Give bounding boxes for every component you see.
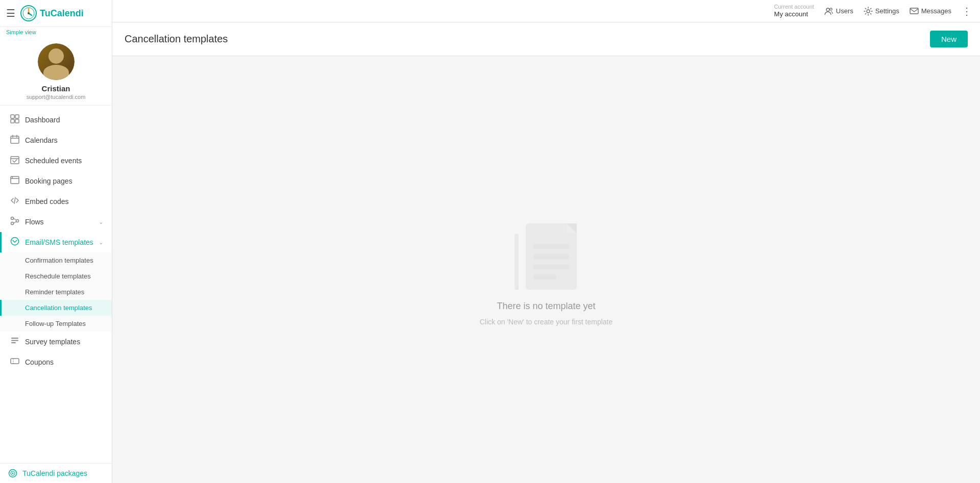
settings-icon: [864, 7, 873, 16]
sidebar-item-coupons[interactable]: Coupons: [0, 352, 112, 372]
sidebar-item-flows-label: Flows: [25, 218, 44, 226]
sidebar-item-coupons-label: Coupons: [25, 358, 54, 366]
app-name: TuCalendi: [40, 8, 84, 19]
messages-button[interactable]: Messages: [910, 7, 951, 16]
svg-rect-25: [11, 338, 18, 339]
sidebar-item-dashboard[interactable]: Dashboard: [0, 110, 112, 130]
coupons-icon: [10, 357, 20, 368]
svg-rect-43: [533, 254, 569, 259]
dashboard-icon: [10, 114, 20, 125]
cancellation-templates-label: Cancellation templates: [25, 304, 92, 312]
nav-items: Dashboard Calendars Scheduled events: [0, 106, 112, 463]
avatar: [38, 43, 75, 80]
users-button[interactable]: Users: [824, 7, 853, 16]
svg-rect-9: [11, 136, 19, 143]
empty-state-title: There is no template yet: [497, 301, 595, 312]
embed-codes-icon: [10, 196, 20, 207]
sub-nav: Confirmation templates Reschedule templa…: [0, 252, 112, 332]
svg-line-22: [14, 218, 16, 220]
topbar: Current account My account Users Setting…: [112, 0, 980, 22]
sidebar-item-booking-pages-label: Booking pages: [25, 177, 72, 185]
settings-label: Settings: [875, 7, 899, 15]
page-header: Cancellation templates New: [112, 22, 980, 56]
packages-icon: [8, 469, 17, 478]
svg-point-24: [11, 238, 19, 245]
reschedule-templates-label: Reschedule templates: [25, 272, 91, 280]
current-account-section: Current account My account: [774, 3, 814, 19]
empty-state-subtitle: Click on 'New' to create your first temp…: [480, 318, 613, 326]
sidebar-item-dashboard-label: Dashboard: [25, 116, 60, 124]
svg-rect-26: [11, 340, 18, 341]
svg-point-34: [830, 8, 832, 10]
svg-rect-36: [910, 8, 918, 14]
user-section: Cristian support@tucalendi.com: [0, 36, 112, 106]
sidebar-item-cancellation-templates[interactable]: Cancellation templates: [0, 300, 112, 316]
settings-button[interactable]: Settings: [864, 7, 899, 16]
simple-view-label[interactable]: Simple view: [0, 27, 112, 36]
packages-label: TuCalendi packages: [22, 469, 87, 477]
svg-point-35: [867, 10, 870, 13]
flows-chevron-icon: ⌄: [99, 218, 104, 225]
email-sms-chevron-icon: ⌄: [99, 239, 104, 246]
sidebar-item-follow-up-templates[interactable]: Follow-up Templates: [0, 316, 112, 332]
sidebar-item-reminder-templates[interactable]: Reminder templates: [0, 284, 112, 300]
sidebar-item-confirmation-templates[interactable]: Confirmation templates: [0, 252, 112, 268]
svg-line-23: [14, 222, 16, 224]
scheduled-events-icon: [10, 155, 20, 166]
sidebar-item-scheduled-events-label: Scheduled events: [25, 157, 82, 165]
users-label: Users: [836, 7, 853, 15]
users-icon: [824, 7, 834, 16]
content-area: There is no template yet Click on 'New' …: [112, 56, 980, 483]
svg-rect-37: [514, 234, 519, 290]
user-email: support@tucalendi.com: [27, 94, 86, 100]
avatar-image: [38, 43, 75, 80]
messages-icon: [910, 7, 919, 16]
svg-rect-13: [11, 157, 19, 164]
svg-rect-42: [533, 244, 569, 249]
svg-rect-5: [11, 115, 14, 118]
svg-rect-7: [11, 119, 14, 123]
new-button[interactable]: New: [930, 31, 968, 47]
main-content: Current account My account Users Setting…: [112, 0, 980, 483]
user-name: Cristian: [42, 84, 70, 93]
survey-templates-icon: [10, 336, 20, 347]
email-sms-templates-icon: [10, 237, 20, 248]
sidebar-item-embed-codes[interactable]: Embed codes: [0, 191, 112, 212]
more-options-icon[interactable]: ⋮: [962, 5, 972, 17]
empty-state: There is no template yet Click on 'New' …: [480, 213, 613, 326]
sidebar-item-survey-templates[interactable]: Survey templates: [0, 332, 112, 352]
svg-point-32: [12, 473, 14, 474]
empty-state-icon: [505, 213, 587, 295]
calendar-icon: [10, 135, 20, 146]
svg-point-33: [826, 8, 829, 11]
logo-icon: [20, 5, 37, 21]
svg-rect-6: [15, 115, 19, 118]
svg-point-19: [11, 217, 14, 220]
hamburger-icon[interactable]: ☰: [6, 7, 15, 19]
page-title: Cancellation templates: [125, 33, 228, 45]
booking-pages-icon: [10, 175, 20, 187]
sidebar-item-reschedule-templates[interactable]: Reschedule templates: [0, 268, 112, 284]
svg-point-20: [16, 220, 19, 222]
sidebar-item-email-sms-label: Email/SMS templates: [25, 238, 93, 246]
sidebar-item-calendars[interactable]: Calendars: [0, 130, 112, 150]
sidebar-item-flows[interactable]: Flows ⌄: [0, 212, 112, 232]
flows-icon: [10, 216, 20, 227]
svg-rect-44: [533, 264, 569, 269]
sidebar-header: ☰ TuCalendi: [0, 0, 112, 27]
svg-rect-45: [533, 274, 556, 279]
sidebar-item-embed-codes-label: Embed codes: [25, 197, 69, 206]
sidebar-item-email-sms-templates[interactable]: Email/SMS templates ⌄: [0, 232, 112, 252]
sidebar-footer: TuCalendi packages: [0, 463, 112, 483]
current-account-label: Current account: [774, 3, 814, 10]
sidebar-item-booking-pages[interactable]: Booking pages: [0, 171, 112, 191]
sidebar-item-scheduled-events[interactable]: Scheduled events: [0, 150, 112, 171]
svg-line-18: [14, 197, 15, 204]
messages-label: Messages: [921, 7, 951, 15]
my-account-label: My account: [774, 10, 814, 19]
sidebar-item-survey-templates-label: Survey templates: [25, 338, 80, 346]
svg-rect-27: [11, 342, 16, 343]
svg-point-4: [28, 12, 30, 14]
packages-link[interactable]: TuCalendi packages: [8, 469, 104, 478]
logo-wrap: TuCalendi: [20, 5, 84, 21]
